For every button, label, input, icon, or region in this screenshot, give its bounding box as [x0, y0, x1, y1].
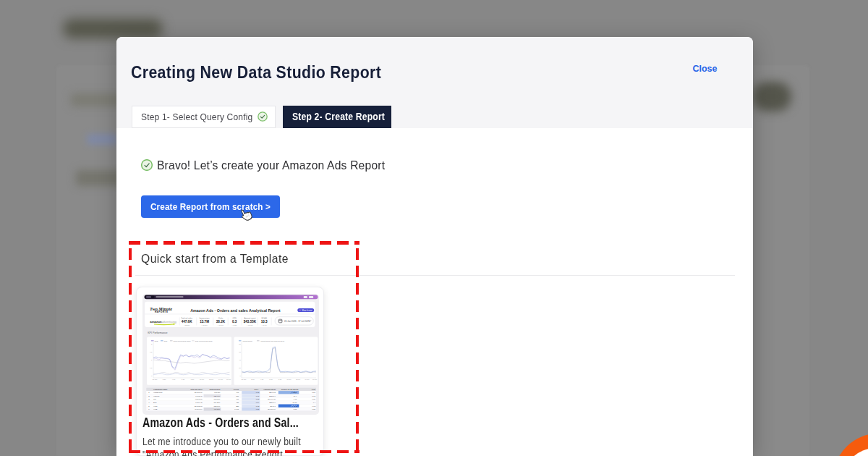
svg-text:4.: 4. — [148, 402, 150, 404]
svg-text:0.3: 0.3 — [232, 320, 237, 324]
svg-text:0.56: 0.56 — [312, 392, 315, 394]
svg-text:448: 448 — [236, 392, 239, 394]
svg-text:13.7M: 13.7M — [200, 320, 209, 324]
svg-text:6.: 6. — [148, 408, 150, 410]
svg-text:advertising: advertising — [161, 320, 176, 324]
svg-text:7.28: 7.28 — [312, 408, 315, 410]
svg-text:Campaign name: Campaign name — [153, 389, 168, 391]
svg-text:2 Jul: 2 Jul — [162, 379, 166, 380]
svg-text:Xpreeni: Xpreeni — [153, 395, 160, 397]
svg-text:5.: 5. — [148, 405, 150, 408]
svg-text:12 Jul: 12 Jul — [209, 379, 213, 380]
svg-text:Gol: Gol — [153, 399, 156, 401]
svg-text:CTR: CTR — [163, 340, 167, 342]
svg-text:Return on ad spend: Return on ad spend — [281, 389, 299, 391]
svg-text:12.7: 12.7 — [293, 392, 297, 394]
svg-text:0.78: 0.78 — [312, 395, 315, 397]
svg-text:10 Jul: 10 Jul — [286, 379, 291, 380]
svg-text:$1,049.70: $1,049.70 — [268, 399, 276, 401]
svg-text:↓ 8.3%: ↓ 8.3% — [231, 324, 237, 326]
svg-text:Amount spent: Amount spent — [244, 317, 255, 320]
svg-text:143.87K: 143.87K — [213, 399, 220, 401]
svg-text:CPS: CPS — [232, 317, 237, 320]
svg-text:9.92: 9.92 — [312, 405, 315, 408]
svg-text:Amount spent: Amount spent — [242, 340, 252, 342]
svg-text:435: 435 — [236, 402, 239, 404]
svg-text:44.2: 44.2 — [293, 405, 297, 408]
svg-text:46,097.74: 46,097.74 — [195, 408, 203, 410]
svg-text:$146.7: $146.7 — [270, 405, 276, 408]
svg-text:16 Jul: 16 Jul — [312, 379, 317, 380]
svg-text:↓ 5.7%: ↓ 5.7% — [261, 324, 267, 326]
svg-text:6.37: 6.37 — [312, 399, 315, 401]
svg-text:1,869.45: 1,869.45 — [195, 402, 203, 404]
svg-text:10.3: 10.3 — [260, 320, 267, 324]
svg-text:0.11: 0.11 — [256, 395, 260, 397]
svg-text:XMR: XMR — [153, 405, 158, 408]
svg-text:CTR (previous 30 days): CTR (previous 30 days) — [195, 340, 212, 342]
svg-text:1,145: 1,145 — [234, 408, 239, 410]
svg-text:471: 471 — [236, 399, 239, 401]
svg-text:14 Jul: 14 Jul — [218, 379, 223, 380]
svg-text:$750.74: $750.74 — [269, 395, 276, 397]
svg-text:Impressions: Impressions — [209, 389, 220, 391]
svg-text:Total ad sales: Total ad sales — [190, 389, 203, 391]
svg-text:XMB: XMB — [153, 408, 158, 410]
svg-text:20 Jun 2023 - 17 Jul 2023: 20 Jun 2023 - 17 Jul 2023 — [284, 320, 310, 323]
svg-text:7,995.46: 7,995.46 — [195, 395, 203, 397]
svg-text:$257.64: $257.64 — [269, 402, 276, 404]
svg-text:14 Jul: 14 Jul — [305, 379, 309, 380]
svg-text:2.78: 2.78 — [293, 408, 297, 410]
svg-text:↓ 55.3%: ↓ 55.3% — [183, 324, 190, 326]
svg-text:$43.55K: $43.55K — [243, 320, 256, 324]
svg-text:1.: 1. — [148, 392, 150, 394]
svg-text:Impressions: Impressions — [199, 317, 210, 320]
svg-text:Amazon Ads - Orders and sales: Amazon Ads - Orders and sales Analytical… — [190, 308, 281, 313]
svg-text:↓ 57.2%: ↓ 57.2% — [201, 324, 208, 326]
svg-text:4 Jul: 4 Jul — [171, 379, 175, 380]
svg-text:12 Jul: 12 Jul — [296, 379, 300, 380]
svg-text:860.5M: 860.5M — [214, 392, 220, 394]
svg-text:0.25: 0.25 — [255, 408, 259, 410]
svg-text:CPS (previous 30 days): CPS (previous 30 days) — [173, 340, 190, 342]
svg-text:↓ 60.0%: ↓ 60.0% — [247, 324, 254, 326]
svg-text:REPORTS: REPORTS — [155, 311, 168, 313]
svg-text:9.01: 9.01 — [293, 399, 297, 401]
svg-text:Handa tech: Handa tech — [153, 392, 163, 394]
svg-text:10 Jul: 10 Jul — [200, 379, 204, 380]
svg-text:0.24: 0.24 — [255, 402, 259, 404]
svg-text:0.03: 0.03 — [255, 405, 259, 408]
svg-text:More In one: More In one — [302, 309, 312, 312]
svg-text:Clicks: Clicks — [234, 389, 239, 391]
svg-text:CPS: CPS — [154, 340, 158, 342]
svg-text:$6,067.74: $6,067.74 — [268, 408, 276, 410]
svg-text:460.58K: 460.58K — [213, 408, 220, 410]
svg-text:amazon: amazon — [150, 320, 162, 324]
svg-text:30 Jun: 30 Jun — [152, 379, 157, 380]
svg-text:CPS: CPS — [312, 389, 315, 391]
svg-text:0.33: 0.33 — [255, 399, 259, 401]
svg-text:4 Jul: 4 Jul — [260, 379, 263, 380]
svg-text:↓ 60.8%: ↓ 60.8% — [217, 324, 224, 326]
svg-text:0.05: 0.05 — [255, 392, 259, 394]
svg-text:Amount spent (previous 30 days: Amount spent (previous 30 days) — [260, 340, 284, 342]
svg-text:46095.70: 46095.70 — [195, 399, 203, 401]
svg-text:238: 238 — [236, 405, 239, 408]
svg-text:Total ad sales: Total ad sales — [181, 317, 193, 320]
svg-text:179.28K: 179.28K — [213, 402, 220, 404]
svg-text:447.6K: 447.6K — [181, 320, 192, 324]
svg-text:2.: 2. — [148, 395, 150, 397]
svg-text:786: 786 — [236, 395, 239, 397]
svg-text:3.: 3. — [148, 399, 150, 401]
svg-text:$1,063.98: $1,063.98 — [195, 405, 203, 408]
svg-text:2 Jul: 2 Jul — [251, 379, 255, 380]
svg-text:ROAS: ROAS — [261, 317, 267, 320]
svg-text:8 Jul: 8 Jul — [190, 379, 194, 380]
svg-text:Clicks: Clicks — [218, 317, 224, 320]
svg-text:Amount spent: Amount spent — [263, 389, 276, 391]
svg-text:KPI Performance: KPI Performance — [148, 332, 167, 334]
svg-text:$1,068.96: $1,068.96 — [195, 392, 203, 394]
svg-text:19.4: 19.4 — [293, 395, 297, 397]
svg-text:38.2K: 38.2K — [216, 320, 225, 324]
svg-text:CTR ↓: CTR ↓ — [254, 389, 259, 391]
